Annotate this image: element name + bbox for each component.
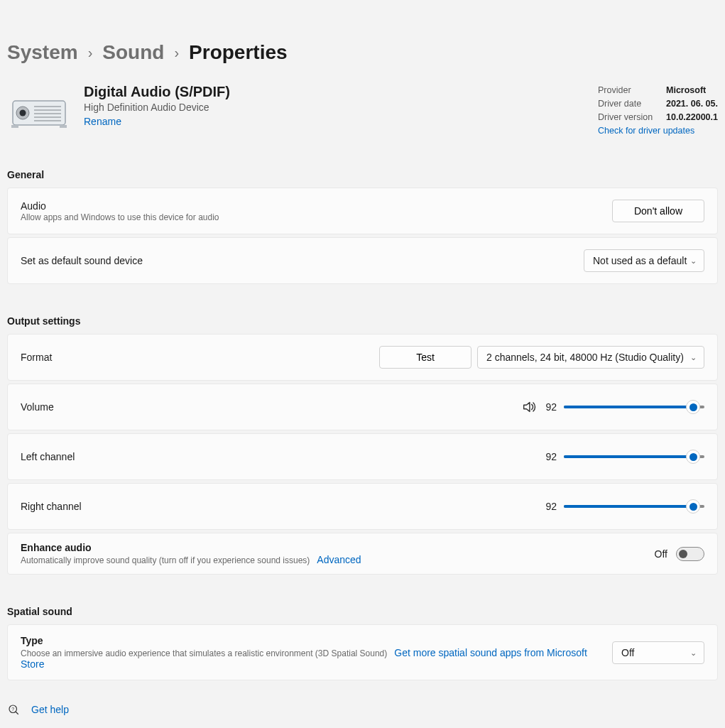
chevron-right-icon: › <box>88 45 93 61</box>
volume-title: Volume <box>21 401 510 413</box>
audio-allow-card: Audio Allow apps and Windows to use this… <box>7 188 718 234</box>
chevron-down-icon: ⌄ <box>690 353 697 362</box>
spatial-type-card: Type Choose an immersive audio experienc… <box>7 624 718 680</box>
spatial-type-dropdown[interactable]: Off ⌄ <box>612 641 704 664</box>
default-device-card: Set as default sound device Not used as … <box>7 237 718 284</box>
section-spatial-sound: Spatial sound <box>7 606 718 617</box>
left-channel-title: Left channel <box>21 451 533 462</box>
breadcrumb-system[interactable]: System <box>7 41 78 64</box>
dont-allow-button[interactable]: Don't allow <box>612 200 704 222</box>
get-help-link[interactable]: Get help <box>31 704 69 715</box>
enhance-audio-sub-text: Automatically improve sound quality (tur… <box>21 555 310 565</box>
format-title: Format <box>21 352 368 363</box>
spatial-type-value: Off <box>621 647 634 658</box>
driver-version-label: Driver version <box>598 111 656 124</box>
provider-label: Provider <box>598 84 656 97</box>
provider-value: Microsoft <box>666 84 706 97</box>
svg-marker-10 <box>524 403 530 412</box>
speaker-icon[interactable] <box>521 399 537 415</box>
format-card: Format Test 2 channels, 24 bit, 48000 Hz… <box>7 334 718 381</box>
right-channel-slider[interactable] <box>564 499 704 514</box>
right-channel-card: Right channel 92 <box>7 483 718 530</box>
enhance-audio-card: Enhance audio Automatically improve soun… <box>7 533 718 575</box>
chevron-right-icon: › <box>174 45 179 61</box>
enhance-toggle-state: Off <box>655 548 667 560</box>
breadcrumb-sound[interactable]: Sound <box>102 41 164 64</box>
spatial-type-sub-text: Choose an immersive audio experience tha… <box>21 648 387 658</box>
enhance-audio-subtitle: Automatically improve sound quality (tur… <box>21 554 643 565</box>
driver-date-value: 2021. 06. 05. <box>666 97 718 111</box>
chevron-down-icon: ⌄ <box>690 256 697 266</box>
section-output-settings: Output settings <box>7 315 718 327</box>
breadcrumb: System › Sound › Properties <box>7 7 718 78</box>
test-button[interactable]: Test <box>379 346 471 369</box>
device-header: Digital Audio (S/PDIF) High Definition A… <box>7 78 718 166</box>
left-channel-slider[interactable] <box>564 450 704 464</box>
volume-value: 92 <box>544 401 557 413</box>
driver-info: Provider Microsoft Driver date 2021. 06.… <box>598 84 718 138</box>
rename-link[interactable]: Rename <box>84 116 121 127</box>
device-subtitle: High Definition Audio Device <box>84 102 585 113</box>
audio-title: Audio <box>21 200 601 212</box>
volume-card: Volume 92 <box>7 384 718 430</box>
enhance-audio-title: Enhance audio <box>21 542 643 553</box>
format-dropdown[interactable]: 2 channels, 24 bit, 48000 Hz (Studio Qua… <box>477 346 704 369</box>
driver-date-label: Driver date <box>598 97 656 111</box>
left-channel-card: Left channel 92 <box>7 433 718 480</box>
left-channel-value: 92 <box>544 451 557 462</box>
help-icon: ? <box>7 703 20 716</box>
svg-rect-2 <box>60 125 67 128</box>
right-channel-value: 92 <box>544 501 557 512</box>
format-value: 2 channels, 24 bit, 48000 Hz (Studio Qua… <box>486 352 684 363</box>
svg-rect-1 <box>11 125 18 128</box>
advanced-link[interactable]: Advanced <box>317 554 361 565</box>
svg-line-12 <box>16 712 18 715</box>
chevron-down-icon: ⌄ <box>690 648 697 657</box>
breadcrumb-properties: Properties <box>189 41 288 64</box>
section-general: General <box>7 169 718 180</box>
svg-text:?: ? <box>11 707 14 712</box>
audio-device-icon <box>7 88 71 138</box>
default-device-dropdown[interactable]: Not used as a default ⌄ <box>584 249 704 272</box>
default-device-title: Set as default sound device <box>21 255 572 266</box>
spatial-type-title: Type <box>21 635 601 646</box>
device-title: Digital Audio (S/PDIF) <box>84 84 585 100</box>
footer-links: ? Get help Give feedback <box>7 683 718 728</box>
spatial-type-subtitle: Choose an immersive audio experience tha… <box>21 647 601 670</box>
check-driver-updates-link[interactable]: Check for driver updates <box>598 126 694 136</box>
svg-point-4 <box>20 110 26 116</box>
enhance-toggle[interactable] <box>676 547 704 561</box>
driver-version-value: 10.0.22000.1 <box>666 111 718 124</box>
volume-slider[interactable] <box>564 400 704 414</box>
audio-subtitle: Allow apps and Windows to use this devic… <box>21 212 601 222</box>
default-device-value: Not used as a default <box>593 255 687 266</box>
right-channel-title: Right channel <box>21 501 533 512</box>
